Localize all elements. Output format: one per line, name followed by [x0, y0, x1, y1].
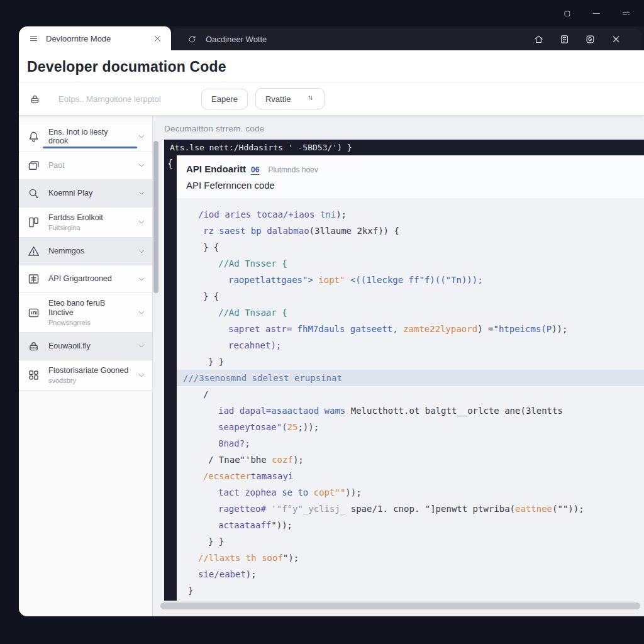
- tab-inactive-label: Oacdineer Wotte: [206, 35, 267, 44]
- code-line: 8nad?;: [177, 435, 644, 452]
- chevron-down-icon[interactable]: [137, 161, 146, 170]
- tabbar-actions: [533, 34, 633, 45]
- boxes-icon: [27, 216, 40, 229]
- panel-icon[interactable]: [559, 34, 570, 45]
- squares-icon: [27, 369, 40, 382]
- tab-close-icon[interactable]: [153, 34, 162, 43]
- page-header: Developer documation Code: [19, 50, 644, 82]
- sidebar-item-label: Ens. Inot io liesty drook: [48, 128, 129, 146]
- chevron-down-icon[interactable]: [137, 247, 146, 256]
- chevron-down-icon[interactable]: [137, 218, 146, 226]
- code-card-header: API Endoaritt 06 Plutmnds hoev API Fefer…: [177, 155, 644, 198]
- sidebar-item[interactable]: Nemmgos: [19, 238, 152, 265]
- window-titlebar: [0, 0, 644, 26]
- code-line: tact zophea se to copt""));: [177, 484, 644, 501]
- code-line: //Ad Tnsser {: [177, 255, 644, 272]
- code-line: ragetteo# '"f°y"_yclisj_ spae/1. cnop. "…: [177, 501, 644, 517]
- tab-bar: Devloorntre Mode Oacdineer Wotte: [19, 26, 644, 50]
- close-icon[interactable]: [611, 34, 621, 45]
- endpoint-title: API Endoaritt: [186, 164, 246, 174]
- sidebar-item-sublabel: Pnowsngrreis: [48, 319, 129, 326]
- endpoint-line: API Endoaritt 06 Plutmnds hoev: [186, 164, 644, 174]
- code-line: seapeytosae"(25;));: [177, 419, 644, 435]
- minimize-icon[interactable]: [591, 8, 602, 19]
- hamburger-menu-icon[interactable]: [29, 34, 38, 43]
- main-panel: Decumaitton strrem. code Ats.lse nett:/H…: [153, 116, 644, 616]
- warning-icon: [27, 245, 40, 258]
- tab-active-label: Devloorntre Mode: [46, 34, 145, 43]
- section-title: Decumaitton strrem. code: [164, 124, 644, 133]
- sidebar-item[interactable]: Koemni Play: [19, 180, 152, 208]
- code-line: iad dapal=asaactaod wams Melucthott.ot b…: [177, 402, 644, 419]
- sidebar-item-label: Fartdss Erolkoit: [48, 213, 103, 222]
- sidebar-item[interactable]: Eteo bano feruB ItnctivePnowsngrreis: [19, 293, 152, 333]
- code-line: }: [177, 582, 644, 599]
- code-line: sapret astr= fhM7dauls gatseett, zamte22…: [177, 321, 644, 337]
- tab-inactive[interactable]: Oacdineer Wotte: [172, 28, 641, 50]
- filter-dropdown-value: Rvattie: [265, 94, 291, 104]
- chevron-down-icon[interactable]: [137, 341, 146, 350]
- chevron-down-icon[interactable]: [137, 371, 146, 380]
- code-line: sie/eabet);: [177, 566, 644, 582]
- chevron-down-icon[interactable]: [137, 132, 146, 141]
- sidebar-item-label: Eteo bano feruB Itnctive: [48, 299, 129, 317]
- sidebar-item-label: Nemmgos: [48, 247, 84, 255]
- page-title: Developer documation Code: [27, 58, 644, 75]
- search-input[interactable]: [58, 94, 194, 104]
- code-line: raopetlattgaes"> iopt" <((1leckge ff"f)(…: [177, 272, 644, 288]
- endpoint-note: Plutmnds hoev: [268, 165, 318, 174]
- chevron-down-icon[interactable]: [137, 189, 146, 197]
- code-line: / Tnae"'bhe cozf);: [177, 452, 644, 468]
- code-line: /: [177, 386, 644, 402]
- sidebar-item-label: API Grigartrooned: [48, 274, 112, 283]
- reference-title: API Fefernncen code: [186, 180, 644, 191]
- chevron-down-icon[interactable]: [137, 275, 146, 284]
- code-line: rz saest bp dalabmao(3llaume 2kxf)) {: [177, 223, 644, 239]
- code-line: recahnet);: [177, 337, 644, 353]
- code-line: actaataaff"));: [177, 517, 644, 533]
- code-path-bar: Ats.lse nett:/Hddasirts ' -5BD53/') }: [164, 140, 644, 155]
- code-line: /iod aries tocaa/+iaos tni);: [177, 206, 644, 223]
- toolbar: Eapere Rvattie: [19, 82, 644, 116]
- lock-icon: [29, 93, 41, 105]
- code-line: } {: [177, 239, 644, 255]
- sidebar-item-sublabel: Fuitsirgina: [48, 224, 103, 231]
- filter-dropdown[interactable]: Rvattie: [255, 88, 325, 109]
- content-area: Ens. Inot io liesty drookPaotKoemni Play…: [19, 116, 644, 616]
- sidebar-item[interactable]: Fartdss ErolkoitFuitsirgina: [19, 208, 152, 238]
- code-line: //Ad Tnsaar {: [177, 304, 644, 321]
- grid-icon: [27, 272, 40, 286]
- code-line: ///3senosmnd sdelest erupsinat: [177, 370, 644, 386]
- layers-icon: [27, 159, 40, 172]
- tab-active[interactable]: Devloorntre Mode: [19, 26, 171, 50]
- sidebar-item[interactable]: Eouwaoil.fly: [19, 333, 152, 360]
- window-menu-icon[interactable]: [621, 8, 631, 19]
- endpoint-badge-link[interactable]: 06: [251, 165, 263, 174]
- horizontal-scrollbar[interactable]: [160, 602, 640, 609]
- code-line: } }: [177, 353, 644, 370]
- restore-window-icon[interactable]: [562, 8, 572, 19]
- sidebar-item-label: Koemni Play: [48, 189, 92, 197]
- open-brace: {: [167, 158, 173, 169]
- badge-icon: [27, 306, 40, 319]
- sidebar-item-label: Eouwaoil.fly: [48, 341, 91, 350]
- reload-icon[interactable]: [187, 35, 197, 44]
- home-icon[interactable]: [533, 34, 544, 45]
- code-body[interactable]: /iod aries tocaa/+iaos tni);rz saest bp …: [177, 198, 644, 601]
- sidebar-item[interactable]: Ens. Inot io liesty drook: [19, 122, 152, 152]
- sidebar-item[interactable]: Paot: [19, 152, 152, 180]
- export-button[interactable]: Eapere: [201, 89, 248, 109]
- code-line: /ecsactertamasayi: [177, 468, 644, 484]
- sidebar-item[interactable]: API Grigartrooned: [19, 265, 152, 293]
- chevron-down-icon[interactable]: [137, 308, 146, 317]
- code-line: //llaxts th soof");: [177, 550, 644, 566]
- sidebar-item-label: Ftostorisariate Gooned: [48, 366, 128, 375]
- sidebar-item[interactable]: Ftostorisariate Goonedsvodsbry: [19, 360, 152, 391]
- sidebar-list: Ens. Inot io liesty drookPaotKoemni Play…: [19, 116, 153, 616]
- g-extension-icon[interactable]: [585, 34, 596, 45]
- code-line: } {: [177, 288, 644, 304]
- lock-icon: [27, 340, 40, 353]
- sort-updown-icon: [306, 94, 314, 104]
- bell-icon: [27, 130, 40, 143]
- code-card: API Endoaritt 06 Plutmnds hoev API Fefer…: [177, 155, 644, 601]
